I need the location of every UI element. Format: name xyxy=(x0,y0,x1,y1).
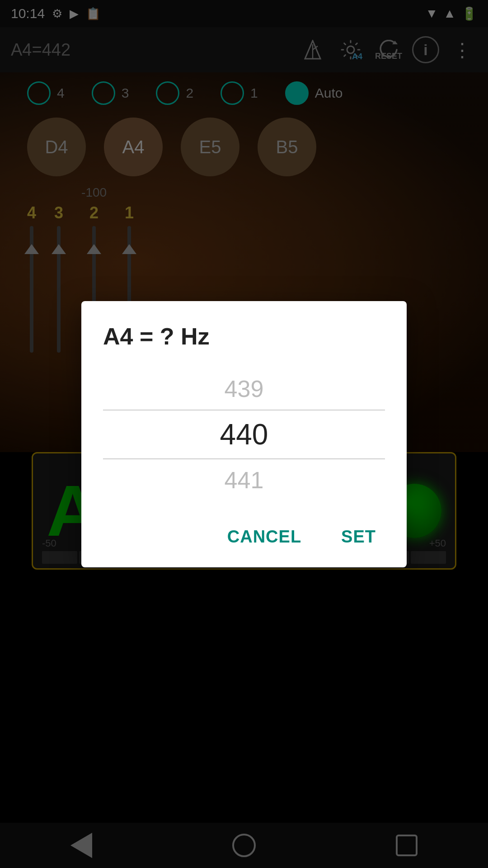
dialog-actions: CANCEL SET xyxy=(103,523,385,551)
dialog-title: A4 = ? Hz xyxy=(103,323,385,350)
picker-item-441[interactable]: 441 xyxy=(103,459,385,501)
set-button[interactable]: SET xyxy=(332,523,385,551)
picker-item-440[interactable]: 440 xyxy=(103,410,385,459)
cancel-button[interactable]: CANCEL xyxy=(218,523,310,551)
hz-dialog: A4 = ? Hz 439 440 441 CANCEL SET xyxy=(81,301,407,567)
modal-overlay: A4 = ? Hz 439 440 441 CANCEL SET xyxy=(0,0,488,868)
picker-item-439[interactable]: 439 xyxy=(103,368,385,410)
hz-picker[interactable]: 439 440 441 xyxy=(103,368,385,501)
